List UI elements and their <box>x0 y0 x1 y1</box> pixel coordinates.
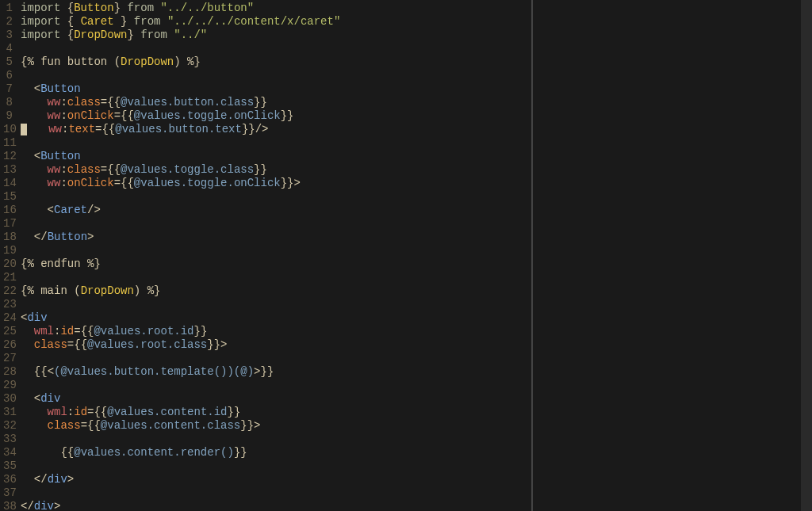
code-token: @values.toggle.onClick <box>134 109 281 122</box>
code-token: }} <box>240 419 254 432</box>
code-token: {% <box>21 55 40 68</box>
code-line[interactable]: wml:id={{@values.content.id}} <box>21 406 531 419</box>
code-line[interactable]: </div> <box>21 500 531 511</box>
secondary-pane <box>531 0 801 511</box>
code-line[interactable]: import { Caret } from "../../../content/… <box>21 15 531 29</box>
code-line[interactable]: {{@values.content.render()}} <box>21 446 531 460</box>
code-line[interactable]: </div> <box>21 473 531 486</box>
code-token: } <box>127 29 133 41</box>
line-number: 24 <box>3 311 13 325</box>
line-number: 31 <box>3 406 13 419</box>
code-line[interactable]: ww:class={{@values.button.class}} <box>21 96 531 109</box>
code-token: {{ <box>94 406 107 418</box>
code-token: : <box>60 96 67 109</box>
code-token: id <box>74 406 87 418</box>
code-token: @values.toggle.onClick <box>134 177 281 189</box>
code-token: "../../button" <box>160 2 254 14</box>
code-token: {{ <box>107 163 121 176</box>
code-line[interactable] <box>21 69 531 82</box>
code-token: ww <box>48 123 62 135</box>
code-line[interactable]: {% main (DropDown) %} <box>21 284 531 298</box>
code-token: { <box>67 29 74 41</box>
line-number: 23 <box>3 298 13 311</box>
code-token: }} <box>207 338 220 351</box>
code-line[interactable] <box>21 486 531 500</box>
vertical-scrollbar[interactable] <box>801 0 812 511</box>
code-token: text <box>68 123 95 135</box>
code-token: @values.content.class <box>101 419 240 432</box>
line-number: 36 <box>3 473 13 486</box>
code-line[interactable]: {% endfun %} <box>21 257 531 271</box>
code-token: = <box>81 419 87 432</box>
code-line[interactable] <box>21 352 531 365</box>
code-token: onClick <box>67 109 114 122</box>
code-token: div <box>48 473 67 486</box>
line-number: 26 <box>3 338 13 352</box>
code-line[interactable]: <div <box>21 311 531 325</box>
code-token: div <box>27 311 47 324</box>
code-token: {{ <box>87 419 101 432</box>
code-line[interactable]: <Button <box>21 82 531 96</box>
line-number: 3 <box>3 29 13 42</box>
code-token: main <box>40 284 67 297</box>
code-token: "../" <box>174 29 207 41</box>
code-line[interactable]: class={{@values.content.class}}> <box>21 419 531 433</box>
code-line[interactable]: import {DropDown} from "../" <box>21 29 531 42</box>
code-line[interactable] <box>21 217 531 231</box>
line-number: 7 <box>3 82 13 96</box>
code-line[interactable] <box>21 379 531 392</box>
code-token: Button <box>40 82 80 95</box>
code-line[interactable]: import {Button} from "../../button" <box>21 2 531 15</box>
code-line[interactable]: class={{@values.root.class}}> <box>21 338 531 352</box>
code-line[interactable] <box>21 433 531 446</box>
code-line[interactable]: {{<(@values.button.template())(@)>}} <box>21 365 531 379</box>
code-token: < <box>48 204 54 216</box>
code-token: {{ <box>60 446 74 459</box>
line-number: 5 <box>3 55 13 69</box>
code-token: from <box>121 2 160 14</box>
code-token: }} <box>281 177 294 189</box>
code-line[interactable]: ww:text={{@values.button.text}}/> <box>21 123 531 136</box>
code-line[interactable] <box>21 42 531 55</box>
code-line[interactable]: </Button> <box>21 231 531 244</box>
code-token: %} <box>140 284 160 297</box>
code-token: ww <box>48 109 61 122</box>
code-line[interactable] <box>21 271 531 284</box>
code-line[interactable]: <div <box>21 392 531 406</box>
code-token: from <box>127 15 167 28</box>
line-number: 18 <box>3 231 13 244</box>
code-token: onClick <box>67 177 114 189</box>
code-line[interactable]: ww:onClick={{@values.toggle.onClick}}> <box>21 177 531 190</box>
code-line[interactable]: {% fun button (DropDown) %} <box>21 55 531 69</box>
code-line[interactable]: <Caret/> <box>21 204 531 217</box>
code-line[interactable]: wml:id={{@values.root.id}} <box>21 325 531 338</box>
code-editor[interactable]: import {Button} from "../../button"impor… <box>17 0 531 511</box>
code-token: Caret <box>81 15 114 28</box>
code-token: : <box>60 163 67 176</box>
code-line[interactable] <box>21 136 531 150</box>
code-line[interactable]: ww:class={{@values.toggle.class}} <box>21 163 531 177</box>
line-number-gutter: 1234567891011121314151617181920212223242… <box>0 0 17 511</box>
code-line[interactable]: ww:onClick={{@values.toggle.onClick}} <box>21 109 531 123</box>
code-line[interactable]: <Button <box>21 150 531 163</box>
code-token: {{ <box>74 338 87 351</box>
code-token: import <box>21 2 67 14</box>
line-number: 9 <box>3 109 13 123</box>
code-token: }} <box>281 109 294 122</box>
code-token: class <box>67 96 101 109</box>
code-token: { <box>67 15 81 28</box>
code-token: @values.root.id <box>94 325 193 337</box>
code-line[interactable] <box>21 460 531 473</box>
code-token: = <box>74 325 80 337</box>
line-number: 2 <box>3 15 13 29</box>
code-token: @values.button.class <box>121 96 254 109</box>
line-number: 34 <box>3 446 13 460</box>
code-line[interactable] <box>21 190 531 204</box>
code-line[interactable] <box>21 244 531 257</box>
code-token: < <box>48 365 54 378</box>
code-token: : <box>60 109 67 122</box>
code-line[interactable] <box>21 298 531 311</box>
code-token: < <box>34 82 40 95</box>
line-number: 17 <box>3 217 13 231</box>
code-token: > <box>54 500 60 511</box>
